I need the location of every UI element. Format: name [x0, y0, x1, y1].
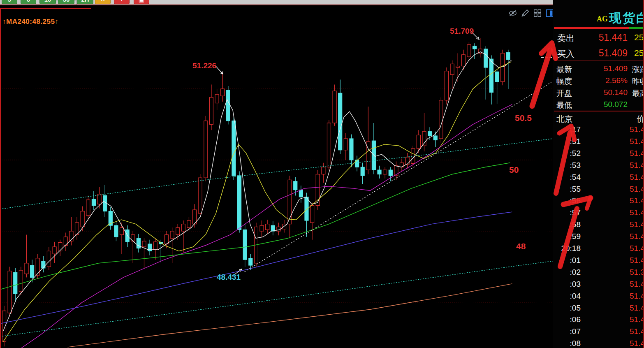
ma-yellow	[3, 62, 511, 341]
timeframe-button-+[interactable]: +	[114, 0, 130, 4]
tick-time: :52	[570, 149, 581, 158]
tick-row[interactable]: :5451.4	[553, 173, 644, 183]
tick-time: :53	[570, 161, 581, 170]
quote-qty: 25	[634, 32, 644, 42]
tick-price: 51.4	[630, 280, 644, 289]
candle-up	[383, 170, 387, 174]
candle-up	[176, 227, 180, 234]
tick-row[interactable]: :0351.4	[553, 280, 644, 290]
candle-up	[327, 123, 331, 167]
timeframe-button-30[interactable]: 30	[58, 0, 74, 4]
candle-down	[125, 230, 129, 241]
tick-time: :58	[570, 220, 581, 229]
tick-price: 51.4	[630, 327, 644, 336]
tick-row[interactable]: :5351.4	[553, 161, 644, 172]
candle-up	[198, 178, 202, 213]
info-label: 最新	[556, 64, 572, 75]
tick-row[interactable]: :0551.4	[553, 304, 644, 314]
timeframe-button-6[interactable]: 6	[21, 0, 36, 4]
bid-row[interactable]: 买入51.40925	[553, 45, 644, 60]
tick-row[interactable]: :0151.4	[553, 256, 644, 267]
candle-down	[473, 46, 477, 49]
timeframe-button-10[interactable]: 10	[39, 0, 56, 4]
chart-icon-toolbar	[508, 9, 554, 18]
tick-row[interactable]: :5251.4	[553, 149, 644, 160]
timeframe-toolbar: 5610302H✕+▣	[0, 0, 644, 5]
candle-up	[81, 211, 84, 227]
info-label: 最低	[556, 100, 572, 111]
tick-row[interactable]: :0651.4	[553, 315, 644, 326]
tick-row[interactable]: :0851.4	[553, 339, 644, 348]
tick-row[interactable]: :0451.4	[553, 292, 644, 302]
candle-down	[428, 132, 432, 136]
timeframe-button-2H[interactable]: 2H	[77, 0, 93, 4]
channel-lower-dotted	[0, 261, 553, 336]
panel-left-border	[0, 8, 1, 348]
panel-top-border	[0, 8, 91, 9]
candle-up	[439, 100, 443, 139]
tick-time: :05	[570, 304, 581, 313]
tick-price: 51.4	[630, 125, 644, 134]
candle-up	[36, 258, 39, 276]
tick-row[interactable]: 20:1851.4	[553, 244, 644, 255]
tick-time: :04	[570, 292, 581, 301]
tick-price: 51.4	[630, 304, 644, 313]
ask-row[interactable]: 卖出51.44125	[553, 30, 644, 45]
candle-up	[164, 235, 168, 244]
pencil-icon[interactable]	[521, 9, 530, 18]
timeframe-button-▣[interactable]: ▣	[134, 0, 149, 4]
tick-row[interactable]: :5751.4	[553, 208, 644, 219]
level-label-48: 48	[516, 241, 526, 251]
tick-price: 51.4	[630, 161, 644, 170]
tick-price: 51.4	[630, 232, 644, 241]
candle-down	[14, 272, 17, 294]
symbol-code: AG	[597, 15, 608, 23]
tick-time: :07	[570, 327, 581, 336]
candle-down	[378, 170, 381, 174]
tick-time: :59	[570, 232, 581, 241]
candle-down	[148, 244, 152, 251]
timeframe-button-✕[interactable]: ✕	[95, 0, 111, 4]
candle-up	[53, 247, 56, 254]
tick-price: 51.4	[630, 185, 644, 194]
ma-white	[3, 52, 511, 331]
ma240-orange	[68, 284, 512, 347]
tick-row[interactable]: :0751.4	[553, 327, 644, 338]
tick-row[interactable]: :5651.4	[553, 196, 644, 207]
candle-up	[310, 206, 314, 223]
info-value: 50.072	[604, 100, 628, 109]
info-row-开盘: 开盘50.140最高	[553, 86, 644, 98]
candle-down	[433, 136, 437, 140]
hide-eye-icon[interactable]	[508, 9, 517, 18]
tick-time: :03	[570, 280, 581, 289]
candlestick-chart-area[interactable]: ↑MA240:48.255↑ 51.70951.22648.431	[0, 5, 553, 348]
candle-up	[120, 227, 124, 234]
tick-row[interactable]: :5551.4	[553, 185, 644, 195]
candle-down	[484, 49, 488, 67]
tick-price: 51.4	[630, 339, 644, 348]
candlestick-plot[interactable]	[0, 5, 553, 348]
tick-price: 51.4	[630, 244, 644, 253]
tick-time: :57	[570, 208, 581, 217]
grid-icon[interactable]	[533, 9, 542, 18]
candle-down	[299, 190, 303, 197]
candle-up	[181, 224, 185, 231]
tick-time: 20:18	[561, 244, 581, 253]
info-value: 2.56%	[605, 76, 628, 85]
timeframe-button-5[interactable]: 5	[2, 0, 17, 4]
tick-row[interactable]: :1751.4	[553, 125, 644, 136]
tick-row[interactable]: :5851.4	[553, 220, 644, 231]
tick-time: :01	[570, 256, 581, 265]
quote-price: 51.441	[599, 32, 628, 43]
tick-row[interactable]: :0251.3	[553, 268, 644, 278]
tick-price: 51.4	[630, 315, 644, 324]
quote-price: 51.409	[599, 48, 628, 59]
tick-row[interactable]: :5151.4	[553, 137, 644, 148]
candle-up	[8, 271, 12, 313]
candle-up	[25, 263, 28, 274]
candle-up	[266, 224, 269, 230]
tick-row[interactable]: :5951.4	[553, 232, 644, 243]
trendline-white-dotted	[245, 82, 551, 271]
candle-up	[221, 89, 225, 96]
tick-list-time-column: 北京	[556, 114, 573, 125]
